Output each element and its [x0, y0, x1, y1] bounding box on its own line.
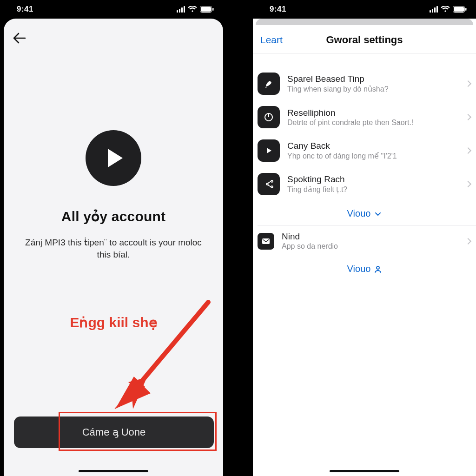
header-left-label: Leart	[260, 34, 283, 45]
share-icon	[264, 179, 273, 189]
settings-list: Sparel Beased Tinp Ting when siang by dò…	[253, 54, 476, 281]
sheet-header: Leart Gworal settings	[253, 26, 476, 54]
chevron-right-icon	[466, 115, 470, 119]
cellular-icon	[177, 6, 185, 13]
status-bar: 9:41	[253, 0, 476, 19]
row-title: Reselliphion	[287, 108, 413, 118]
play-icon	[108, 149, 123, 167]
row-icon-box	[258, 73, 280, 95]
svg-marker-5	[115, 377, 145, 409]
status-icons	[430, 6, 467, 13]
status-icons	[177, 6, 214, 13]
row-title: Spokting Rach	[287, 174, 347, 185]
status-bar: 9:41	[0, 0, 223, 19]
wifi-icon	[441, 6, 450, 13]
svg-rect-8	[454, 7, 464, 12]
row-icon-box	[258, 139, 280, 162]
row-subtitle: Ting when siang by dò nủsha?	[287, 85, 389, 93]
settings-row[interactable]: Spokting Rach Ting dảng fielt ṭ.t?	[253, 167, 476, 201]
svg-marker-4	[114, 377, 147, 409]
svg-rect-1	[201, 7, 211, 12]
section-link-label: Viouo	[347, 264, 371, 274]
wifi-icon	[188, 6, 197, 13]
primary-cta-button[interactable]: Cáme a̡ Uone	[14, 416, 214, 448]
chevron-right-icon	[466, 182, 470, 186]
svg-rect-13	[262, 238, 270, 244]
battery-icon	[453, 6, 467, 13]
home-indicator[interactable]	[79, 470, 148, 472]
settings-sheet: Leart Gworal settings Sparel Beased Tinp…	[253, 26, 476, 476]
sheet-title: Gworal settings	[326, 34, 403, 46]
chevron-right-icon	[466, 239, 470, 244]
home-indicator[interactable]	[330, 470, 399, 472]
primary-cta-label: Cáme a̡ Uone	[82, 426, 146, 438]
chevron-down-icon	[374, 210, 382, 218]
row-subtitle: Ting dảng fielt ṭ.t?	[287, 185, 347, 194]
row-subtitle: Yhp onc to of dáng long mể ''I'2'1	[287, 152, 397, 160]
section-expand-link[interactable]: Viouo	[253, 201, 476, 225]
page-title: All yỏ͏y account	[4, 208, 223, 225]
settings-row[interactable]: Cany Back Yhp onc to of dáng long mể ''I…	[253, 134, 476, 167]
status-time: 9:41	[270, 5, 286, 14]
settings-row[interactable]: Reselliphion Detrte of pint condrale pte…	[253, 100, 476, 134]
header-left-action[interactable]: Leart	[260, 34, 283, 46]
play-small-icon	[264, 146, 273, 155]
battery-icon	[200, 6, 214, 13]
svg-marker-12	[267, 148, 271, 153]
status-time: 9:41	[17, 5, 33, 14]
row-icon-box	[258, 173, 280, 195]
row-subtitle: Detrte of pint condrale pte then Saort.!	[287, 119, 413, 127]
annotation-label: Eṅgg kiil shẹ	[4, 314, 223, 331]
sheet-backdrop	[256, 19, 473, 25]
row-icon-box	[258, 106, 280, 128]
mail-icon	[262, 238, 270, 245]
row-title: Cany Back	[287, 141, 397, 151]
hero-icon	[86, 130, 141, 186]
row-subtitle: App so da nerdio	[282, 242, 338, 251]
row-icon-box	[258, 233, 274, 250]
person-icon	[374, 265, 382, 273]
svg-marker-6	[114, 381, 151, 409]
cellular-icon	[430, 6, 438, 13]
section-expand-link[interactable]: Viouo	[253, 256, 476, 281]
chevron-right-icon	[466, 148, 470, 153]
settings-row[interactable]: Sparel Beased Tinp Ting when siang by dò…	[253, 67, 476, 100]
section-link-label: Viouo	[347, 208, 371, 219]
power-icon	[264, 112, 274, 122]
chevron-right-icon	[466, 81, 470, 86]
page-subtitle: Zánj MPI3 this ṫipen¨ to accoult is your…	[20, 237, 206, 260]
svg-rect-9	[465, 8, 467, 11]
rocket-icon	[264, 79, 273, 88]
settings-row[interactable]: Nind App so da nerdio	[253, 226, 476, 256]
svg-point-14	[377, 266, 379, 269]
arrow-left-icon	[13, 33, 26, 44]
row-title: Nind	[282, 231, 338, 242]
back-button[interactable]	[13, 33, 26, 46]
svg-rect-2	[212, 8, 214, 11]
row-title: Sparel Beased Tinp	[287, 74, 389, 84]
